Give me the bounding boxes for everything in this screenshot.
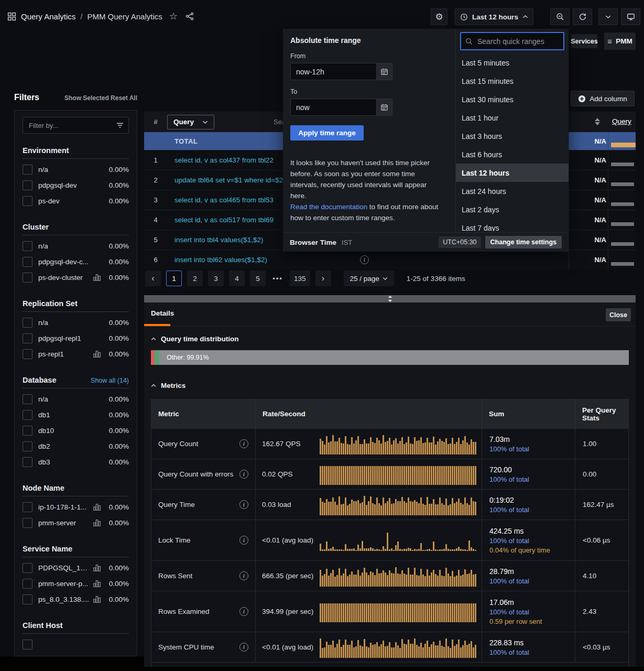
group-by-dropdown[interactable]: Query [167,115,214,129]
quick-range-option[interactable]: Last 3 hours [456,127,569,145]
filter-search-input[interactable] [28,121,116,130]
from-input[interactable] [290,63,376,80]
quick-range-option[interactable]: Last 1 hour [456,109,569,127]
sum-percent-link[interactable]: 100% of total [489,506,567,514]
quick-range-option[interactable]: Last 12 hours [456,164,569,182]
quick-range-option[interactable]: Last 7 days [456,219,569,231]
filter-checkbox[interactable] [23,349,32,359]
collapse-caret-icon[interactable] [151,384,156,387]
filter-checkbox[interactable] [23,579,32,589]
filter-checkbox[interactable] [23,241,32,251]
filter-checkbox[interactable] [23,594,32,604]
quick-range-option[interactable]: Last 30 minutes [456,90,569,109]
filter-checkbox[interactable] [23,426,32,436]
share-icon[interactable] [185,12,194,20]
show-selected-link[interactable]: Show Selected [64,94,109,102]
read-documentation-link[interactable]: Read the documentation [290,203,367,211]
query-link[interactable]: insert into tbl4 values($1,$2) [174,236,264,244]
filter-checkbox[interactable] [23,333,32,343]
sum-percent-link[interactable]: 100% of total [489,445,567,453]
dashboards-grid-icon[interactable] [7,12,16,21]
apply-time-range-button[interactable]: Apply time range [290,125,364,140]
quick-range-option[interactable]: Last 5 minutes [456,53,569,72]
star-icon[interactable]: ☆ [169,12,178,21]
info-icon[interactable]: i [239,536,248,545]
tab-details[interactable]: Details [151,309,174,317]
sum-percent-link[interactable]: 100% of total [489,537,567,545]
info-icon[interactable]: i [360,255,369,264]
sum-percent-link[interactable]: 100% of total [489,577,567,585]
sum-percent-link[interactable]: 100% of total [489,608,567,616]
details-resize-handle[interactable] [144,295,636,302]
calendar-icon[interactable] [376,63,392,80]
info-icon[interactable]: i [239,607,248,616]
page-button[interactable]: 2 [187,270,203,286]
quick-range-option[interactable]: Last 2 days [456,200,569,219]
sum-percent-link[interactable]: 100% of total [489,648,567,656]
calendar-icon[interactable] [376,99,392,116]
refresh-button[interactable] [573,8,592,25]
bar-chart-icon[interactable] [93,351,101,358]
filter-checkbox[interactable] [23,257,32,267]
page-size-select[interactable]: 25 / page [344,270,394,286]
info-icon[interactable]: i [239,643,248,652]
zoom-out-button[interactable] [550,8,570,25]
collapse-caret-icon[interactable] [151,337,156,341]
show-all-link[interactable]: Show all (14) [91,377,129,384]
sum-percent-link[interactable]: 100% of total [489,475,567,483]
filter-checkbox[interactable] [23,196,32,206]
sorted-column-header[interactable]: Query [612,117,631,125]
filter-checkbox[interactable] [23,457,32,467]
filter-checkbox[interactable] [23,318,32,328]
bar-chart-icon[interactable] [93,565,101,571]
filter-checkbox[interactable] [23,640,32,650]
bar-chart-icon[interactable] [93,520,101,526]
table-row[interactable]: 6insert into tbl62 values($1,$2)iN/A [144,250,636,269]
change-time-settings-button[interactable]: Change time settings [485,236,562,248]
page-button[interactable]: 3 [208,270,224,286]
page-button[interactable]: 5 [250,270,266,286]
quick-range-option[interactable]: Last 15 minutes [456,72,569,90]
filter-checkbox[interactable] [23,273,32,283]
services-button[interactable]: Services [571,34,597,48]
previous-page-button[interactable]: ‹ [145,270,161,286]
bar-chart-icon[interactable] [93,504,101,511]
add-column-button[interactable]: Add column [571,91,635,106]
info-icon[interactable]: i [239,571,248,580]
filter-checkbox[interactable] [23,180,32,190]
filter-checkbox[interactable] [23,394,32,404]
query-link[interactable]: insert into tbl62 values($1,$2) [174,256,267,264]
query-link[interactable]: select id, v as col465 from tbl53 [174,196,274,204]
reset-all-link[interactable]: Reset All [111,94,137,102]
page-button[interactable]: 4 [229,270,245,286]
filter-checkbox[interactable] [23,563,32,573]
bar-chart-icon[interactable] [93,580,101,587]
pmm-menu-button[interactable]: ≡ PMM [604,33,636,50]
refresh-interval-dropdown[interactable] [598,8,618,25]
next-page-button[interactable]: › [315,270,331,286]
info-icon[interactable]: i [239,439,248,448]
query-link[interactable]: select id, v as col437 from tbl22 [174,156,274,164]
time-range-picker-button[interactable]: Last 12 hours [455,8,533,25]
to-input[interactable] [290,99,376,116]
quick-ranges-search-input[interactable] [476,37,559,46]
bar-chart-icon[interactable] [93,596,101,603]
breadcrumb-section[interactable]: Query Analytics [21,12,75,21]
query-link[interactable]: select id, v as col517 from tbl69 [174,216,274,224]
info-icon[interactable]: i [239,470,248,479]
query-link[interactable]: update tbl64 set v=$1 where id=$2 [174,176,283,184]
page-button[interactable]: 1 [166,270,182,286]
filter-checkbox[interactable] [23,165,32,175]
quick-range-option[interactable]: Last 6 hours [456,145,569,164]
filter-checkbox[interactable] [23,518,32,528]
filter-checkbox[interactable] [23,410,32,420]
close-details-button[interactable]: Close [606,308,631,321]
filter-checkbox[interactable] [23,502,32,512]
bar-chart-icon[interactable] [93,274,101,281]
page-button[interactable]: 135 [290,270,310,286]
sort-icon[interactable] [595,118,600,125]
dashboard-settings-button[interactable]: ⚙ [431,8,447,25]
quick-range-option[interactable]: Last 24 hours [456,182,569,200]
info-icon[interactable]: i [239,500,248,509]
tv-mode-button[interactable] [621,8,640,25]
